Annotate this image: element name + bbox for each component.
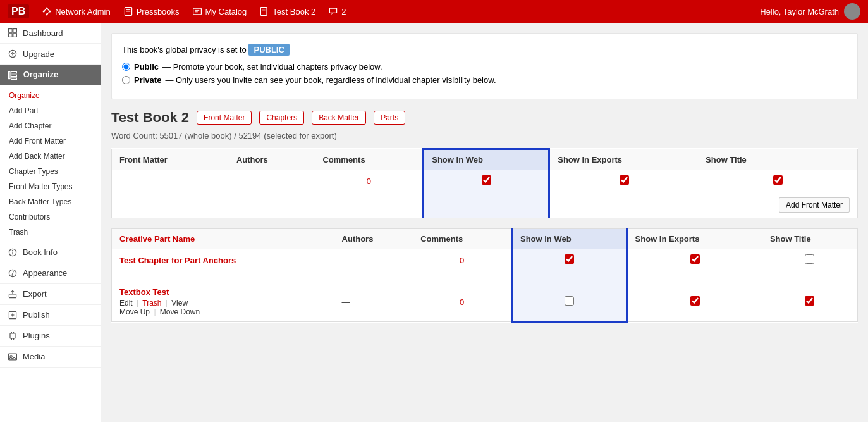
sidebar-item-dashboard[interactable]: Dashboard <box>0 23 101 44</box>
sidebar-item-export[interactable]: Export <box>0 284 101 305</box>
fm-show-web-checkbox[interactable] <box>482 175 491 185</box>
public-radio[interactable] <box>122 63 130 71</box>
organize-icon <box>8 70 18 80</box>
chapter-comments-1: 0 <box>413 249 511 271</box>
main-content: This book's global privacy is set to PUB… <box>101 23 868 422</box>
col-comments-fm: Comments <box>315 149 423 170</box>
chapter-show-web-1 <box>511 249 627 271</box>
book-icon <box>259 6 269 16</box>
move-up-link-2[interactable]: Move Up <box>119 307 150 316</box>
submenu-add-chapter[interactable]: Add Chapter <box>0 118 101 133</box>
view-link-2[interactable]: View <box>171 299 188 307</box>
publish-label: Publish <box>23 310 50 320</box>
plugins-label: Plugins <box>23 331 50 340</box>
my-catalog-link[interactable]: My Catalog <box>192 6 247 16</box>
private-radio[interactable] <box>122 76 130 84</box>
export-icon <box>8 289 18 299</box>
spacer-exports-1 <box>627 271 762 282</box>
privacy-banner: This book's global privacy is set to PUB… <box>111 33 858 99</box>
front-matter-table: Front Matter Authors Comments Show in We… <box>111 148 858 218</box>
chapter-show-title-checkbox-1[interactable] <box>805 254 814 264</box>
filter-parts[interactable]: Parts <box>374 111 405 125</box>
privacy-message: This book's global privacy is set to PUB… <box>122 44 847 56</box>
avatar[interactable] <box>844 3 860 20</box>
submenu-front-matter-types[interactable]: Front Matter Types <box>0 179 101 194</box>
user-greeting: Hello, Taylor McGrath <box>760 3 860 20</box>
empty-cell <box>112 192 424 218</box>
chapter-title-cell-2: Textbox Test Edit | Trash | View Move Up <box>112 282 334 322</box>
public-badge: PUBLIC <box>248 44 289 56</box>
filter-front-matter[interactable]: Front Matter <box>197 111 252 125</box>
sidebar: Dashboard Upgrade Organize Organize Add … <box>0 23 101 422</box>
test-book-link[interactable]: Test Book 2 <box>259 6 315 16</box>
add-front-matter-button[interactable]: Add Front Matter <box>779 197 850 213</box>
fm-title-cell <box>112 170 229 192</box>
chapter-title-link-1[interactable]: Test Chapter for Part Anchors <box>119 256 236 265</box>
publish-icon <box>8 310 18 320</box>
sidebar-item-plugins[interactable]: Plugins <box>0 326 101 347</box>
appearance-icon <box>8 268 18 278</box>
network-admin-link[interactable]: Network Admin <box>42 6 110 16</box>
col-authors-pt: Authors <box>334 229 413 249</box>
chapter-show-title-checkbox-2[interactable] <box>805 296 814 306</box>
submenu-add-front-matter[interactable]: Add Front Matter <box>0 133 101 149</box>
chapter-show-title-2 <box>762 282 858 322</box>
row-actions-2: Edit | Trash | View Move Up | Move Down <box>119 299 327 316</box>
chapter-show-web-checkbox-1[interactable] <box>565 254 574 264</box>
submenu-add-part[interactable]: Add Part <box>0 103 101 118</box>
chapter-title-cell-1: Test Chapter for Part Anchors <box>112 249 334 271</box>
comment-icon <box>328 6 338 16</box>
svg-line-4 <box>44 8 47 11</box>
fm-show-title-checkbox[interactable] <box>773 175 783 185</box>
empty-exports <box>549 192 698 218</box>
fm-add-col <box>424 192 549 218</box>
comments-link[interactable]: 2 <box>328 6 346 16</box>
sidebar-item-appearance[interactable]: Appearance <box>0 263 101 284</box>
submenu-add-back-matter[interactable]: Add Back Matter <box>0 149 101 164</box>
chapter-show-title-1 <box>762 249 858 271</box>
table-row-add: Add Front Matter <box>112 192 858 218</box>
dashboard-icon <box>8 28 18 38</box>
chapter-show-exports-1 <box>627 249 762 271</box>
chapter-show-exports-2 <box>627 282 762 322</box>
edit-link-2[interactable]: Edit <box>119 299 133 307</box>
col-show-title-pt: Show Title <box>762 229 858 249</box>
table-row: — 0 <box>112 170 858 192</box>
chapter-title-link-2[interactable]: Textbox Test <box>119 287 169 297</box>
submenu-contributors[interactable]: Contributors <box>0 209 101 225</box>
filter-chapters[interactable]: Chapters <box>259 111 304 125</box>
word-count: Word Count: 55017 (whole book) / 52194 (… <box>111 131 858 140</box>
fm-show-title-cell <box>698 170 857 192</box>
sidebar-item-book-info[interactable]: Book Info <box>0 242 101 263</box>
export-label: Export <box>23 289 47 299</box>
book-info-label: Book Info <box>23 247 58 257</box>
sidebar-item-publish[interactable]: Publish <box>0 305 101 326</box>
svg-rect-24 <box>11 75 17 76</box>
col-show-web-pt: Show in Web <box>511 229 627 249</box>
chapter-show-exports-checkbox-1[interactable] <box>690 254 700 264</box>
parts-table-wrapper: Creative Part Name Authors Comments Show… <box>111 228 858 323</box>
submenu-chapter-types[interactable]: Chapter Types <box>0 164 101 179</box>
pb-brand[interactable]: PB <box>8 4 29 18</box>
chapter-show-web-checkbox-2[interactable] <box>565 296 574 306</box>
col-part-name: Creative Part Name <box>112 229 334 249</box>
submenu-trash[interactable]: Trash <box>0 225 101 240</box>
pressbooks-link[interactable]: Pressbooks <box>123 6 180 16</box>
spacer-web-1 <box>511 271 627 282</box>
submenu-organize[interactable]: Organize <box>0 88 101 103</box>
fm-show-exports-checkbox[interactable] <box>620 175 629 185</box>
sidebar-item-media[interactable]: Media <box>0 347 101 368</box>
trash-link-2[interactable]: Trash <box>142 299 161 307</box>
spacer-title-1 <box>762 271 858 282</box>
sidebar-item-upgrade[interactable]: Upgrade <box>0 44 101 65</box>
col-authors-fm: Authors <box>229 149 315 170</box>
svg-rect-23 <box>11 71 17 73</box>
chapter-authors-2: — <box>334 282 413 322</box>
filter-back-matter[interactable]: Back Matter <box>312 111 366 125</box>
chapter-show-exports-checkbox-2[interactable] <box>690 296 700 306</box>
table-row: Test Chapter for Part Anchors — 0 <box>112 249 858 271</box>
submenu-back-matter-types[interactable]: Back Matter Types <box>0 194 101 209</box>
col-comments-pt: Comments <box>413 229 511 249</box>
move-down-link-2[interactable]: Move Down <box>160 307 200 316</box>
svg-point-28 <box>12 250 13 251</box>
